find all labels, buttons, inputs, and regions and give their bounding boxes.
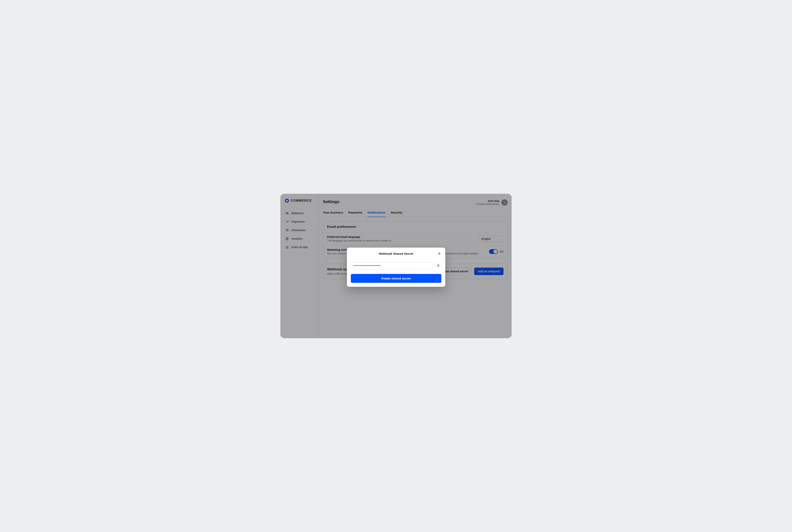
modal-title: Webhook Shared Secret bbox=[351, 252, 441, 255]
webhook-secret-modal: Webhook Shared Secret Rotate shared secr… bbox=[347, 248, 445, 287]
secret-input[interactable] bbox=[351, 262, 433, 269]
copy-secret-button[interactable] bbox=[435, 263, 441, 269]
rotate-secret-button[interactable]: Rotate shared secret bbox=[351, 274, 441, 283]
copy-icon bbox=[437, 264, 439, 267]
modal-close-button[interactable] bbox=[437, 251, 442, 256]
app-window: COMMERCE Balances Payments Checkouts Inv… bbox=[280, 194, 512, 338]
modal-overlay[interactable]: Webhook Shared Secret Rotate shared secr… bbox=[280, 194, 512, 338]
secret-row bbox=[351, 262, 441, 269]
close-icon bbox=[438, 252, 441, 255]
